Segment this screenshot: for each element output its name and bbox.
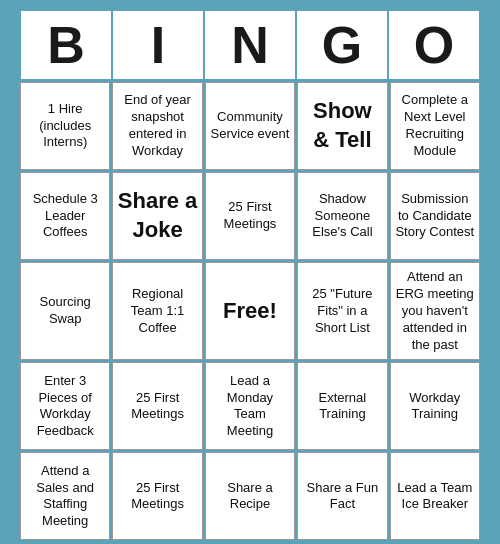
bingo-letter-N: N: [205, 11, 295, 79]
bingo-header: BINGO: [20, 10, 480, 80]
bingo-cell-14: Attend an ERG meeting you haven't attend…: [390, 262, 480, 360]
bingo-cell-15: Enter 3 Pieces of Workday Feedback: [20, 362, 110, 450]
bingo-cell-23: Share a Fun Fact: [297, 452, 387, 540]
bingo-cell-24: Lead a Team Ice Breaker: [390, 452, 480, 540]
bingo-cell-18: External Training: [297, 362, 387, 450]
bingo-cell-7: 25 First Meetings: [205, 172, 295, 260]
bingo-cell-4: Complete a Next Level Recruiting Module: [390, 82, 480, 170]
bingo-cell-10: Sourcing Swap: [20, 262, 110, 360]
bingo-letter-I: I: [113, 11, 203, 79]
bingo-cell-13: 25 "Future Fits" in a Short List: [297, 262, 387, 360]
bingo-card: BINGO 1 Hire (includes Interns)End of ye…: [10, 0, 490, 544]
bingo-cell-19: Workday Training: [390, 362, 480, 450]
bingo-letter-B: B: [21, 11, 111, 79]
bingo-grid: 1 Hire (includes Interns)End of year sna…: [20, 82, 480, 540]
bingo-cell-6: Share a Joke: [112, 172, 202, 260]
bingo-cell-1: End of year snapshot entered in Workday: [112, 82, 202, 170]
bingo-letter-G: G: [297, 11, 387, 79]
bingo-cell-9: Submission to Candidate Story Contest: [390, 172, 480, 260]
bingo-cell-8: Shadow Someone Else's Call: [297, 172, 387, 260]
bingo-cell-11: Regional Team 1:1 Coffee: [112, 262, 202, 360]
bingo-cell-20: Attend a Sales and Staffing Meeting: [20, 452, 110, 540]
bingo-cell-2: Community Service event: [205, 82, 295, 170]
bingo-cell-17: Lead a Monday Team Meeting: [205, 362, 295, 450]
bingo-cell-12: Free!: [205, 262, 295, 360]
bingo-cell-22: Share a Recipe: [205, 452, 295, 540]
bingo-cell-0: 1 Hire (includes Interns): [20, 82, 110, 170]
bingo-cell-16: 25 First Meetings: [112, 362, 202, 450]
bingo-letter-O: O: [389, 11, 479, 79]
bingo-cell-21: 25 First Meetings: [112, 452, 202, 540]
bingo-cell-5: Schedule 3 Leader Coffees: [20, 172, 110, 260]
bingo-cell-3: Show & Tell: [297, 82, 387, 170]
